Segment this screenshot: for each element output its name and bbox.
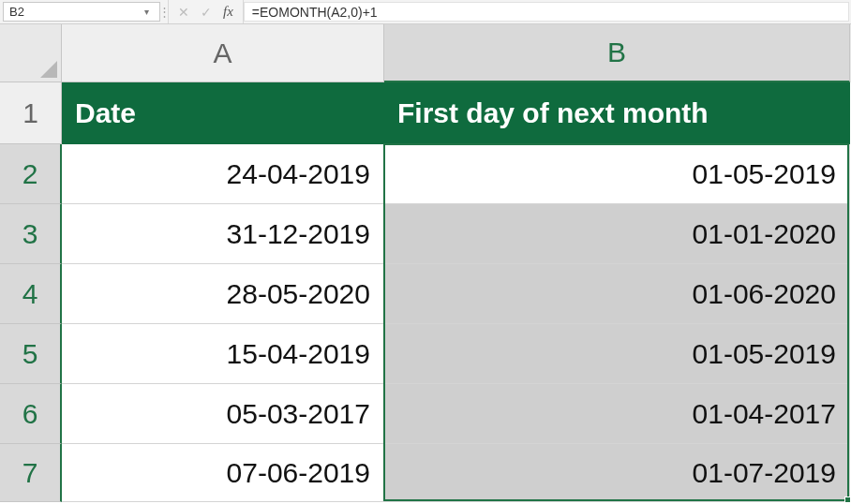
row-header-6[interactable]: 6 — [0, 384, 62, 444]
cell-A5[interactable]: 15-04-2019 — [62, 324, 384, 384]
row-header-7[interactable]: 7 — [0, 444, 62, 502]
cell-A1[interactable]: Date — [62, 82, 384, 144]
enter-icon[interactable]: ✓ — [201, 6, 212, 19]
formula-bar-separator: ⋮ — [160, 0, 168, 23]
cells-area: DateFirst day of next month24-04-201901-… — [62, 82, 850, 502]
row-header-2[interactable]: 2 — [0, 144, 62, 204]
formula-text: =EOMONTH(A2,0)+1 — [252, 5, 378, 20]
cell-A4[interactable]: 28-05-2020 — [62, 264, 384, 324]
row-header-5[interactable]: 5 — [0, 324, 62, 384]
cancel-icon[interactable]: ✕ — [178, 6, 189, 19]
formula-bar: B2 ▾ ⋮ ✕ ✓ fx =EOMONTH(A2,0)+1 — [0, 0, 851, 24]
cell-B4[interactable]: 01-06-2020 — [384, 264, 850, 324]
name-box[interactable]: B2 ▾ — [3, 2, 160, 22]
cell-A7[interactable]: 07-06-2019 — [62, 444, 384, 502]
formula-bar-buttons: ✕ ✓ fx — [168, 0, 244, 23]
cell-A6[interactable]: 05-03-2017 — [62, 384, 384, 444]
formula-input[interactable]: =EOMONTH(A2,0)+1 — [244, 2, 849, 22]
column-headers: AB — [62, 24, 851, 82]
cell-B1[interactable]: First day of next month — [384, 82, 850, 144]
cell-B5[interactable]: 01-05-2019 — [384, 324, 850, 384]
select-all-corner[interactable] — [0, 24, 62, 82]
row-headers: 1234567 — [0, 82, 62, 502]
name-box-dropdown-icon[interactable]: ▾ — [139, 7, 154, 17]
row-header-1[interactable]: 1 — [0, 82, 62, 144]
cell-B3[interactable]: 01-01-2020 — [384, 204, 850, 264]
cell-A3[interactable]: 31-12-2019 — [62, 204, 384, 264]
name-box-value: B2 — [9, 5, 139, 19]
column-header-B[interactable]: B — [384, 24, 850, 82]
row-header-4[interactable]: 4 — [0, 264, 62, 324]
cell-B6[interactable]: 01-04-2017 — [384, 384, 850, 444]
fx-icon[interactable]: fx — [223, 5, 233, 19]
column-header-A[interactable]: A — [62, 24, 384, 82]
cell-B7[interactable]: 01-07-2019 — [384, 444, 850, 502]
row-header-3[interactable]: 3 — [0, 204, 62, 264]
cell-B2[interactable]: 01-05-2019 — [384, 144, 850, 204]
cell-A2[interactable]: 24-04-2019 — [62, 144, 384, 204]
